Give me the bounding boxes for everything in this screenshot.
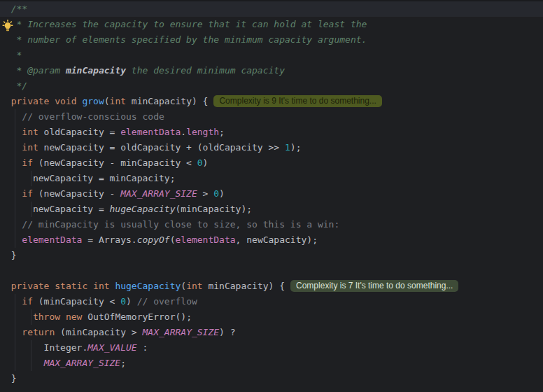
code-token-comment: // overflow-conscious code bbox=[0, 111, 164, 122]
complexity-hint-badge[interactable]: Complexity is 9 It's time to do somethin… bbox=[213, 95, 381, 107]
code-token-kw: return bbox=[22, 327, 55, 337]
code-token-plain: ) bbox=[219, 188, 225, 199]
code-line[interactable]: if (minCapacity < 0) // overflow bbox=[0, 294, 543, 309]
complexity-hint-badge[interactable]: Complexity is 7 It's time to do somethin… bbox=[290, 280, 458, 292]
code-line[interactable]: // minCapacity is usually close to size,… bbox=[0, 217, 543, 232]
code-token-plain: newCapacity = minCapacity; bbox=[0, 173, 175, 183]
code-token-kw: throw bbox=[33, 312, 60, 322]
code-line[interactable]: elementData = Arrays.copyOf(elementData,… bbox=[0, 232, 543, 248]
code-token-kw: new bbox=[66, 312, 82, 322]
code-token-kw: private bbox=[11, 281, 50, 291]
code-token-mdecl: grow bbox=[82, 96, 104, 106]
code-line[interactable] bbox=[0, 263, 543, 279]
code-token-plain bbox=[0, 358, 44, 368]
code-token-plain bbox=[0, 312, 33, 322]
code-token-plain: : bbox=[137, 342, 148, 353]
code-line[interactable]: * number of elements specified by the mi… bbox=[0, 32, 543, 48]
code-token-plain: ) bbox=[203, 158, 209, 168]
code-token-docparam: minCapacity bbox=[66, 65, 126, 76]
code-line[interactable]: } bbox=[0, 248, 543, 263]
ide-editor-window: /** * Increases the capacity to ensure t… bbox=[0, 0, 543, 392]
code-token-kw: int bbox=[110, 96, 126, 106]
code-line[interactable]: * Increases the capacity to ensure that … bbox=[0, 17, 543, 32]
intention-bulb-icon[interactable] bbox=[2, 20, 13, 31]
code-line[interactable]: return (minCapacity > MAX_ARRAY_SIZE) ? bbox=[0, 325, 543, 340]
code-line[interactable]: * @param minCapacity the desired minimum… bbox=[0, 63, 543, 78]
code-line[interactable]: int oldCapacity = elementData.length; bbox=[0, 125, 543, 140]
code-token-plain: newCapacity = oldCapacity + (oldCapacity… bbox=[38, 142, 285, 153]
code-token-mdecl: hugeCapacity bbox=[115, 281, 181, 291]
code-line[interactable]: * bbox=[0, 48, 543, 63]
code-token-doc: * bbox=[0, 50, 22, 60]
code-token-const: MAX_ARRAY_SIZE bbox=[44, 358, 121, 368]
code-token-plain bbox=[0, 327, 22, 337]
code-token-plain bbox=[0, 142, 22, 153]
code-token-const: MAX_ARRAY_SIZE bbox=[120, 188, 197, 199]
code-token-const: MAX_VALUE bbox=[87, 342, 136, 353]
code-token-plain: . bbox=[181, 127, 186, 137]
code-line[interactable]: private static int hugeCapacity(int minC… bbox=[0, 279, 543, 294]
code-token-plain bbox=[60, 312, 66, 322]
code-token-doc: * Increases the capacity to ensure that … bbox=[0, 19, 367, 29]
code-token-plain bbox=[0, 234, 22, 245]
code-token-plain: ; bbox=[219, 127, 225, 137]
code-token-plain: } bbox=[0, 373, 16, 384]
code-token-field: length bbox=[186, 127, 219, 137]
code-token-kw: void bbox=[55, 96, 76, 106]
code-token-const: MAX_ARRAY_SIZE bbox=[143, 327, 220, 337]
code-token-plain: minCapacity) { bbox=[203, 281, 285, 291]
code-token-plain bbox=[0, 296, 22, 307]
code-line[interactable]: int newCapacity = oldCapacity + (oldCapa… bbox=[0, 140, 543, 155]
code-lines: /** * Increases the capacity to ensure t… bbox=[0, 1, 543, 386]
code-token-plain bbox=[87, 281, 93, 291]
code-token-plain: (minCapacity < bbox=[33, 296, 120, 307]
code-token-plain: ); bbox=[290, 142, 302, 153]
code-token-doc: */ bbox=[0, 80, 27, 91]
code-token-call: hugeCapacity bbox=[110, 204, 176, 214]
code-token-plain: ) bbox=[126, 296, 137, 307]
code-token-plain: Integer. bbox=[0, 342, 87, 353]
code-token-comment: // minCapacity is usually close to size,… bbox=[0, 219, 339, 230]
code-line[interactable]: newCapacity = minCapacity; bbox=[0, 171, 543, 186]
code-token-plain: ( bbox=[181, 281, 186, 291]
code-token-doctag: @param bbox=[27, 65, 60, 76]
code-token-plain bbox=[0, 188, 22, 199]
code-token-field: elementData bbox=[120, 127, 181, 137]
code-token-plain: (newCapacity - minCapacity < bbox=[33, 158, 197, 168]
code-token-plain: ) ? bbox=[219, 327, 235, 337]
code-line[interactable]: // overflow-conscious code bbox=[0, 109, 543, 125]
code-token-num: 0 bbox=[197, 158, 203, 168]
code-token-kw: int bbox=[22, 142, 38, 153]
code-token-plain: (minCapacity > bbox=[55, 327, 142, 337]
code-line[interactable]: Integer.MAX_VALUE : bbox=[0, 340, 543, 356]
code-token-plain bbox=[0, 96, 11, 106]
code-line[interactable]: throw new OutOfMemoryError(); bbox=[0, 309, 543, 325]
code-token-plain: oldCapacity = bbox=[38, 127, 120, 137]
code-line[interactable]: if (newCapacity - minCapacity < 0) bbox=[0, 155, 543, 171]
code-token-doc: /** bbox=[0, 4, 27, 14]
code-token-field: elementData bbox=[175, 234, 235, 245]
code-token-plain: > bbox=[197, 188, 213, 199]
code-token-kw: int bbox=[186, 281, 202, 291]
code-line[interactable]: */ bbox=[0, 78, 543, 94]
code-token-plain: , newCapacity); bbox=[236, 234, 318, 245]
editor[interactable]: /** * Increases the capacity to ensure t… bbox=[0, 1, 543, 392]
code-token-call: copyOf bbox=[137, 234, 170, 245]
code-token-plain: ( bbox=[104, 96, 110, 106]
code-token-kw: if bbox=[22, 158, 33, 168]
code-token-kw: private bbox=[11, 96, 50, 106]
code-line[interactable]: newCapacity = hugeCapacity(minCapacity); bbox=[0, 202, 543, 217]
code-token-plain bbox=[0, 127, 22, 137]
code-token-doc bbox=[60, 65, 66, 76]
code-token-plain: } bbox=[0, 250, 16, 260]
code-token-doc: the desired minimum capacity bbox=[126, 65, 285, 76]
code-line[interactable]: } bbox=[0, 371, 543, 386]
code-token-plain: (newCapacity - bbox=[33, 188, 120, 199]
code-line[interactable]: if (newCapacity - MAX_ARRAY_SIZE > 0) bbox=[0, 186, 543, 202]
code-line[interactable]: /** bbox=[0, 1, 543, 17]
code-token-num: 0 bbox=[213, 188, 219, 199]
code-token-plain: = Arrays. bbox=[82, 234, 136, 245]
code-line[interactable]: MAX_ARRAY_SIZE; bbox=[0, 356, 543, 371]
code-token-kw: if bbox=[22, 188, 33, 199]
code-line[interactable]: private void grow(int minCapacity) {Comp… bbox=[0, 94, 543, 109]
